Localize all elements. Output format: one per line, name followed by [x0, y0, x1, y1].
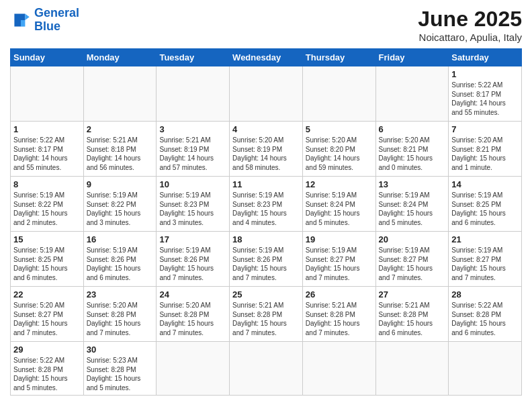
day-number: 17	[159, 234, 226, 244]
day-number: 4	[232, 124, 300, 134]
calendar-cell: 6Sunrise: 5:20 AMSunset: 8:21 PMDaylight…	[375, 122, 449, 177]
day-info: Sunrise: 5:19 AMSunset: 8:27 PMDaylight:…	[451, 246, 519, 282]
title-block: June 2025 Noicattaro, Apulia, Italy	[418, 7, 522, 43]
day-number: 12	[306, 179, 373, 189]
calendar-cell: 5Sunrise: 5:20 AMSunset: 8:20 PMDaylight…	[302, 122, 375, 177]
calendar-week-row: 1Sunrise: 5:22 AMSunset: 8:17 PMDaylight…	[11, 66, 522, 122]
day-info: Sunrise: 5:19 AMSunset: 8:24 PMDaylight:…	[306, 191, 373, 227]
day-number: 24	[159, 289, 226, 300]
day-info: Sunrise: 5:23 AMSunset: 8:28 PMDaylight:…	[87, 356, 154, 392]
day-info: Sunrise: 5:21 AMSunset: 8:18 PMDaylight:…	[87, 136, 154, 172]
day-number: 2	[87, 124, 154, 134]
calendar-cell	[83, 66, 157, 122]
day-number: 11	[232, 179, 300, 189]
calendar-cell: 19Sunrise: 5:19 AMSunset: 8:27 PMDayligh…	[302, 232, 375, 287]
calendar-cell: 7Sunrise: 5:20 AMSunset: 8:21 PMDaylight…	[449, 122, 522, 177]
calendar-cell: 1Sunrise: 5:22 AMSunset: 8:17 PMDaylight…	[11, 122, 84, 177]
calendar-cell: 16Sunrise: 5:19 AMSunset: 8:26 PMDayligh…	[83, 232, 157, 287]
day-info: Sunrise: 5:20 AMSunset: 8:21 PMDaylight:…	[379, 136, 446, 172]
calendar-cell: 10Sunrise: 5:19 AMSunset: 8:23 PMDayligh…	[157, 177, 230, 232]
calendar-cell: 4Sunrise: 5:20 AMSunset: 8:19 PMDaylight…	[230, 122, 303, 177]
day-info: Sunrise: 5:21 AMSunset: 8:28 PMDaylight:…	[306, 301, 373, 337]
day-number: 15	[13, 234, 81, 244]
day-header-wednesday: Wednesday	[230, 49, 303, 66]
calendar-cell	[302, 66, 375, 122]
day-info: Sunrise: 5:19 AMSunset: 8:26 PMDaylight:…	[87, 246, 154, 282]
day-info: Sunrise: 5:19 AMSunset: 8:25 PMDaylight:…	[13, 246, 81, 282]
location: Noicattaro, Apulia, Italy	[418, 32, 522, 43]
day-number: 19	[306, 234, 373, 244]
day-number: 30	[87, 345, 154, 355]
calendar-cell: 17Sunrise: 5:19 AMSunset: 8:26 PMDayligh…	[157, 232, 230, 287]
calendar-header-row: SundayMondayTuesdayWednesdayThursdayFrid…	[11, 49, 522, 66]
calendar-cell: 28Sunrise: 5:22 AMSunset: 8:28 PMDayligh…	[449, 287, 522, 342]
svg-marker-2	[21, 20, 25, 27]
day-number: 6	[379, 124, 446, 134]
day-info: Sunrise: 5:21 AMSunset: 8:28 PMDaylight:…	[379, 301, 446, 337]
day-number: 1	[13, 124, 81, 134]
day-number: 28	[451, 289, 519, 300]
calendar-cell: 30Sunrise: 5:23 AMSunset: 8:28 PMDayligh…	[83, 342, 157, 396]
day-number: 10	[159, 179, 226, 189]
calendar-cell: 23Sunrise: 5:20 AMSunset: 8:28 PMDayligh…	[83, 287, 157, 342]
day-info: Sunrise: 5:20 AMSunset: 8:21 PMDaylight:…	[451, 136, 519, 172]
day-info: Sunrise: 5:19 AMSunset: 8:24 PMDaylight:…	[379, 191, 446, 227]
calendar-cell	[230, 342, 303, 396]
day-info: Sunrise: 5:20 AMSunset: 8:28 PMDaylight:…	[159, 301, 226, 337]
calendar-cell	[157, 66, 230, 122]
day-header-thursday: Thursday	[302, 49, 375, 66]
day-number: 16	[87, 234, 154, 244]
calendar-cell: 27Sunrise: 5:21 AMSunset: 8:28 PMDayligh…	[375, 287, 449, 342]
day-info: Sunrise: 5:22 AMSunset: 8:28 PMDaylight:…	[451, 301, 519, 337]
day-number: 8	[13, 179, 81, 189]
calendar-cell: 25Sunrise: 5:21 AMSunset: 8:28 PMDayligh…	[230, 287, 303, 342]
calendar-cell: 1Sunrise: 5:22 AMSunset: 8:17 PMDaylight…	[449, 66, 522, 122]
calendar-cell: 18Sunrise: 5:19 AMSunset: 8:26 PMDayligh…	[230, 232, 303, 287]
calendar-week-row: 8Sunrise: 5:19 AMSunset: 8:22 PMDaylight…	[11, 177, 522, 232]
svg-marker-1	[25, 13, 29, 20]
calendar-cell: 14Sunrise: 5:19 AMSunset: 8:25 PMDayligh…	[449, 177, 522, 232]
day-info: Sunrise: 5:19 AMSunset: 8:26 PMDaylight:…	[159, 246, 226, 282]
day-number: 23	[87, 289, 154, 300]
calendar-cell: 24Sunrise: 5:20 AMSunset: 8:28 PMDayligh…	[157, 287, 230, 342]
day-number: 22	[13, 289, 81, 300]
calendar-cell: 15Sunrise: 5:19 AMSunset: 8:25 PMDayligh…	[11, 232, 84, 287]
day-number: 7	[451, 124, 519, 134]
day-number: 26	[306, 289, 373, 300]
calendar-week-row: 1Sunrise: 5:22 AMSunset: 8:17 PMDaylight…	[11, 122, 522, 177]
calendar-cell: 13Sunrise: 5:19 AMSunset: 8:24 PMDayligh…	[375, 177, 449, 232]
day-info: Sunrise: 5:20 AMSunset: 8:27 PMDaylight:…	[13, 301, 81, 337]
calendar-cell	[230, 66, 303, 122]
day-number: 5	[306, 124, 373, 134]
day-number: 18	[232, 234, 300, 244]
day-header-sunday: Sunday	[11, 49, 84, 66]
calendar-week-row: 29Sunrise: 5:22 AMSunset: 8:28 PMDayligh…	[11, 342, 522, 396]
calendar-cell: 29Sunrise: 5:22 AMSunset: 8:28 PMDayligh…	[11, 342, 84, 396]
calendar-cell: 3Sunrise: 5:21 AMSunset: 8:19 PMDaylight…	[157, 122, 230, 177]
day-info: Sunrise: 5:20 AMSunset: 8:20 PMDaylight:…	[306, 136, 373, 172]
day-header-tuesday: Tuesday	[157, 49, 230, 66]
calendar-cell: 20Sunrise: 5:19 AMSunset: 8:27 PMDayligh…	[375, 232, 449, 287]
calendar-cell: 26Sunrise: 5:21 AMSunset: 8:28 PMDayligh…	[302, 287, 375, 342]
day-info: Sunrise: 5:19 AMSunset: 8:23 PMDaylight:…	[232, 191, 300, 227]
logo-general: General	[34, 6, 79, 19]
logo-text: General Blue	[34, 7, 79, 34]
day-info: Sunrise: 5:20 AMSunset: 8:19 PMDaylight:…	[232, 136, 300, 172]
logo-blue: Blue	[34, 20, 79, 34]
month-title: June 2025	[418, 7, 522, 32]
day-info: Sunrise: 5:19 AMSunset: 8:22 PMDaylight:…	[87, 191, 154, 227]
day-number: 27	[379, 289, 446, 300]
day-number: 29	[13, 345, 81, 355]
calendar-week-row: 15Sunrise: 5:19 AMSunset: 8:25 PMDayligh…	[11, 232, 522, 287]
day-number: 9	[87, 179, 154, 189]
calendar-cell: 9Sunrise: 5:19 AMSunset: 8:22 PMDaylight…	[83, 177, 157, 232]
day-number: 25	[232, 289, 300, 300]
calendar-week-row: 22Sunrise: 5:20 AMSunset: 8:27 PMDayligh…	[11, 287, 522, 342]
day-info: Sunrise: 5:20 AMSunset: 8:28 PMDaylight:…	[87, 301, 154, 337]
calendar-cell: 11Sunrise: 5:19 AMSunset: 8:23 PMDayligh…	[230, 177, 303, 232]
calendar-table: SundayMondayTuesdayWednesdayThursdayFrid…	[10, 48, 522, 396]
calendar-cell: 8Sunrise: 5:19 AMSunset: 8:22 PMDaylight…	[11, 177, 84, 232]
calendar-cell	[449, 342, 522, 396]
day-header-monday: Monday	[83, 49, 157, 66]
day-number: 14	[451, 179, 519, 189]
